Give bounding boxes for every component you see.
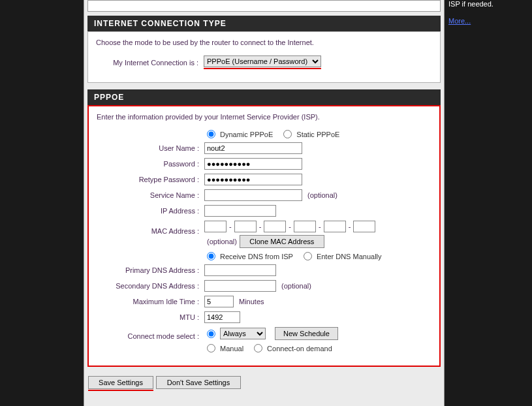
secondary-dns-label: Secondary DNS Address : <box>97 282 204 290</box>
mac-5[interactable] <box>324 221 346 232</box>
mac-4[interactable] <box>294 221 316 232</box>
radio-dynamic-pppoe[interactable] <box>207 130 215 138</box>
username-label: User Name : <box>97 144 204 152</box>
mtu-input[interactable] <box>204 311 240 323</box>
isp-hint: ISP if needed. <box>448 0 528 8</box>
panel-connection-type: INTERNET CONNECTION TYPE Choose the mode… <box>87 16 441 83</box>
top-box <box>87 0 441 12</box>
service-label: Service Name : <box>97 191 204 199</box>
radio-manual[interactable] <box>207 344 215 352</box>
right-help: ISP if needed. More... <box>445 0 532 406</box>
mac-1[interactable] <box>204 221 227 232</box>
radio-receive-dns[interactable] <box>207 252 215 260</box>
retype-label: Retype Password : <box>97 176 204 183</box>
main-content: INTERNET CONNECTION TYPE Choose the mode… <box>84 0 445 406</box>
primary-dns-input[interactable] <box>204 264 276 276</box>
retype-input[interactable] <box>204 174 302 185</box>
connect-mode-label: Connect mode select : <box>97 332 204 340</box>
idle-label: Maximum Idle Time : <box>97 298 204 305</box>
dont-save-button[interactable]: Don't Save Settings <box>156 376 241 389</box>
service-input[interactable] <box>204 189 302 201</box>
label-receive-dns: Receive DNS from ISP <box>220 253 293 260</box>
mac-optional: (optional) <box>207 238 237 245</box>
bottom-buttons: Save Settings Don't Save Settings <box>84 373 444 394</box>
ip-input[interactable] <box>204 205 276 217</box>
mac-2[interactable] <box>234 221 257 232</box>
pppoe-intro: Enter the information provided by your I… <box>97 113 431 121</box>
panel-header-connection-type: INTERNET CONNECTION TYPE <box>87 16 441 31</box>
mtu-label: MTU : <box>97 313 204 321</box>
label-static-pppoe: Static PPPoE <box>296 131 339 138</box>
clone-mac-button[interactable]: Clone MAC Address <box>240 235 324 248</box>
connection-type-intro: Choose the mode to be used by the router… <box>96 39 432 46</box>
radio-enter-dns[interactable] <box>304 252 312 260</box>
idle-minutes: Minutes <box>239 298 264 305</box>
select-always[interactable]: Always <box>220 328 266 339</box>
idle-input[interactable] <box>204 296 234 307</box>
label-manual: Manual <box>220 345 243 352</box>
more-link[interactable]: More... <box>448 17 471 25</box>
label-enter-dns: Enter DNS Manually <box>317 253 382 260</box>
left-gutter <box>0 0 84 406</box>
radio-static-pppoe[interactable] <box>283 130 292 138</box>
save-button[interactable]: Save Settings <box>88 376 153 389</box>
mac-3[interactable] <box>264 221 286 232</box>
primary-dns-label: Primary DNS Address : <box>97 266 204 274</box>
mac-label: MAC Address : <box>97 227 204 235</box>
secondary-dns-input[interactable] <box>204 280 276 292</box>
radio-ondemand[interactable] <box>254 344 262 352</box>
password-label: Password : <box>97 160 204 168</box>
radio-always[interactable] <box>207 330 215 338</box>
secondary-dns-optional: (optional) <box>281 282 311 290</box>
conn-label: My Internet Connection is : <box>96 59 204 67</box>
conn-select[interactable]: PPPoE (Username / Password) <box>204 55 321 67</box>
label-dynamic-pppoe: Dynamic PPPoE <box>220 131 273 138</box>
mac-6[interactable] <box>353 221 375 232</box>
username-input[interactable] <box>204 142 302 154</box>
panel-header-pppoe: PPPOE <box>87 89 441 105</box>
panel-pppoe: PPPOE Enter the information provided by … <box>87 89 441 367</box>
service-optional: (optional) <box>307 191 337 199</box>
password-input[interactable] <box>204 158 302 170</box>
ip-label: IP Address : <box>97 207 204 215</box>
new-schedule-button[interactable]: New Schedule <box>275 327 338 340</box>
label-ondemand: Connect-on demand <box>267 345 332 352</box>
